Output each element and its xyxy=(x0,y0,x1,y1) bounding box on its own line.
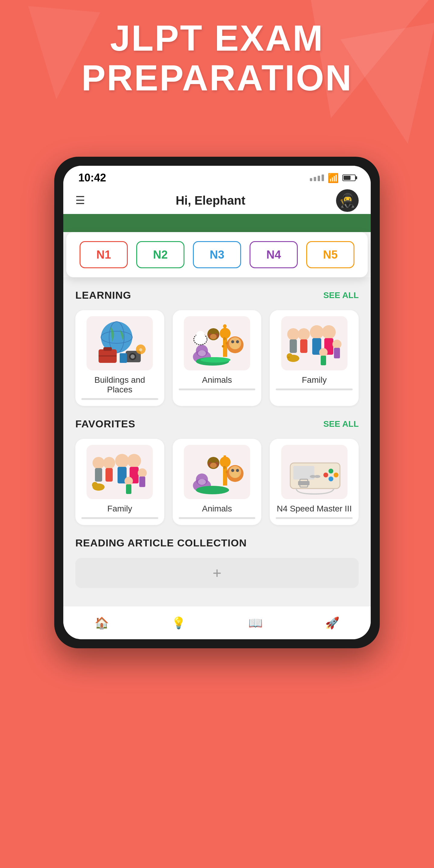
svg-rect-9 xyxy=(120,353,127,363)
learning-title: LEARNING xyxy=(75,289,131,301)
learning-cards-row: ⊕ Buildings and Places xyxy=(75,310,359,406)
svg-point-44 xyxy=(333,340,341,349)
svg-point-82 xyxy=(196,486,229,494)
svg-point-71 xyxy=(223,466,226,469)
animals-svg xyxy=(187,318,247,369)
svg-point-87 xyxy=(329,469,333,473)
avatar-emoji: 🥷 xyxy=(339,193,355,208)
buildings-progress xyxy=(82,398,158,400)
animals-image xyxy=(184,316,250,370)
fav-game-svg xyxy=(284,446,344,498)
reading-icon: 📖 xyxy=(248,616,262,629)
svg-point-32 xyxy=(200,357,230,363)
svg-rect-37 xyxy=(290,339,297,353)
level-n1-button[interactable]: N1 xyxy=(80,241,128,268)
svg-rect-47 xyxy=(321,355,326,365)
level-n3-button[interactable]: N3 xyxy=(193,241,241,268)
animals-label: Animals xyxy=(202,375,232,385)
animals-progress xyxy=(179,389,255,390)
svg-point-59 xyxy=(138,468,147,477)
svg-point-8 xyxy=(130,354,135,359)
learning-card-animals[interactable]: Animals xyxy=(173,310,261,406)
fav-game-image xyxy=(281,445,347,499)
svg-rect-45 xyxy=(334,348,340,358)
reading-nav[interactable]: 📖 xyxy=(248,616,262,629)
favorites-card-animals[interactable]: Animals xyxy=(173,439,261,525)
home-nav[interactable]: 🏠 xyxy=(95,616,109,629)
fav-family-svg xyxy=(90,446,150,498)
learning-card-family[interactable]: Family xyxy=(270,310,359,406)
fav-family-image xyxy=(87,445,153,499)
level-n4-button[interactable]: N4 xyxy=(250,241,298,268)
svg-point-14 xyxy=(198,350,206,356)
svg-point-57 xyxy=(127,454,141,468)
fav-family-progress xyxy=(82,517,158,519)
status-time: 10:42 xyxy=(79,172,106,184)
exam-nav[interactable]: 🚀 xyxy=(325,616,339,629)
bottom-nav: 🏠 💡 📖 🚀 xyxy=(63,606,371,639)
svg-point-46 xyxy=(319,348,328,356)
fav-animals-image xyxy=(184,445,250,499)
svg-point-40 xyxy=(310,325,324,339)
svg-point-77 xyxy=(236,469,239,472)
add-icon: + xyxy=(213,564,221,582)
favorites-section-header: FAVORITES SEE ALL xyxy=(75,418,359,430)
favorites-card-family[interactable]: Family xyxy=(75,439,164,525)
svg-point-61 xyxy=(124,477,133,485)
svg-rect-4 xyxy=(103,347,112,351)
reading-section-header: READING ARTICLE COLLECTION xyxy=(75,537,359,549)
svg-point-86 xyxy=(323,472,328,477)
svg-point-21 xyxy=(222,345,224,347)
svg-point-51 xyxy=(93,457,104,469)
svg-point-76 xyxy=(231,469,234,472)
svg-rect-39 xyxy=(300,339,307,353)
svg-text:⊕: ⊕ xyxy=(139,347,143,352)
hero-line2: PREPARATION xyxy=(0,58,434,98)
svg-point-38 xyxy=(298,328,310,340)
svg-point-49 xyxy=(287,353,293,359)
family-image xyxy=(281,316,347,370)
menu-button[interactable]: ☰ xyxy=(75,194,85,207)
level-n5-button[interactable]: N5 xyxy=(306,241,354,268)
status-icons: 📶 xyxy=(310,173,355,183)
learning-section-header: LEARNING SEE ALL xyxy=(75,289,359,301)
svg-point-88 xyxy=(329,476,333,481)
family-progress xyxy=(276,389,352,390)
fav-family-label: Family xyxy=(107,504,132,514)
avatar[interactable]: 🥷 xyxy=(336,189,359,212)
svg-point-67 xyxy=(198,479,206,485)
exam-icon: 🚀 xyxy=(325,616,339,629)
svg-point-53 xyxy=(103,457,115,469)
svg-point-81 xyxy=(210,463,217,468)
app-bar: ☰ Hi, Elephant 🥷 xyxy=(63,187,371,214)
svg-point-18 xyxy=(223,324,227,328)
svg-point-55 xyxy=(115,454,129,468)
signal-icon xyxy=(310,175,324,181)
flashcards-nav[interactable]: 💡 xyxy=(172,616,186,629)
buildings-svg: ⊕ xyxy=(90,318,150,369)
svg-point-30 xyxy=(210,334,217,339)
svg-point-25 xyxy=(231,340,234,343)
app-title: Hi, Elephant xyxy=(176,194,245,207)
fav-animals-label: Animals xyxy=(202,504,232,514)
svg-point-26 xyxy=(236,340,239,343)
family-svg xyxy=(284,318,344,369)
learning-see-all[interactable]: SEE ALL xyxy=(323,290,359,300)
phone-frame: 10:42 📶 ☰ Hi, Elephant 🥷 N xyxy=(54,157,380,648)
svg-point-93 xyxy=(314,475,320,478)
fav-animals-progress xyxy=(179,517,255,519)
reading-title: READING ARTICLE COLLECTION xyxy=(75,537,247,549)
svg-point-24 xyxy=(231,343,239,349)
green-banner xyxy=(63,214,371,232)
svg-point-42 xyxy=(322,325,336,339)
favorites-cards-row: Family xyxy=(75,439,359,525)
add-article-button[interactable]: + xyxy=(75,558,359,588)
status-bar: 10:42 📶 xyxy=(63,166,371,187)
svg-rect-52 xyxy=(95,468,102,482)
learning-card-buildings[interactable]: ⊕ Buildings and Places xyxy=(75,310,164,406)
favorites-card-game[interactable]: N4 Speed Master III xyxy=(270,439,359,525)
level-tabs: N1 N2 N3 N4 N5 xyxy=(66,232,368,277)
level-n2-button[interactable]: N2 xyxy=(136,241,184,268)
buildings-image: ⊕ xyxy=(87,316,153,370)
favorites-see-all[interactable]: SEE ALL xyxy=(323,419,359,429)
